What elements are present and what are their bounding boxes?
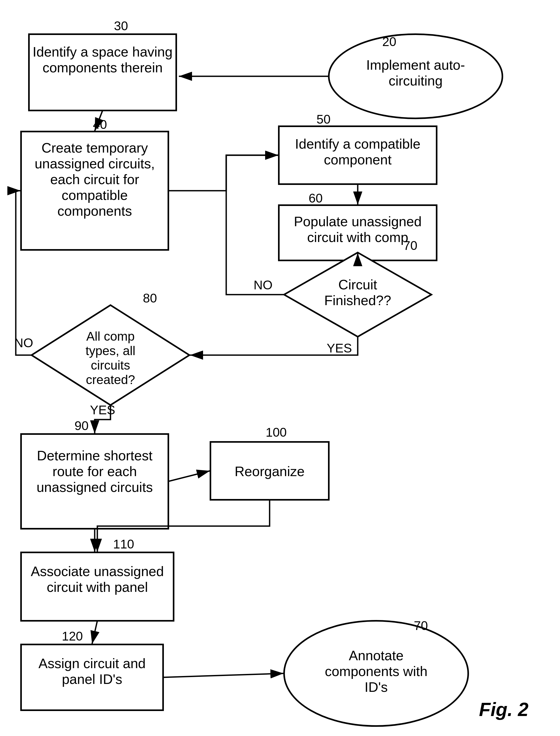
arrow-70-no — [226, 155, 284, 295]
svg-text:90: 90 — [74, 419, 88, 433]
svg-text:panel ID's: panel ID's — [62, 672, 122, 687]
svg-text:Populate unassigned: Populate unassigned — [294, 214, 422, 229]
svg-text:components: components — [57, 203, 132, 219]
svg-text:route for each: route for each — [53, 464, 137, 479]
svg-text:circuit with comp: circuit with comp — [307, 230, 408, 245]
svg-text:component: component — [324, 152, 392, 167]
svg-text:ID's: ID's — [365, 679, 388, 695]
svg-text:created?: created? — [86, 373, 135, 387]
svg-text:Identify a compatible: Identify a compatible — [295, 136, 421, 152]
svg-text:60: 60 — [309, 191, 322, 205]
svg-text:types, all: types, all — [85, 344, 135, 358]
arrow-90-100 — [168, 471, 210, 481]
svg-text:components therein: components therein — [43, 60, 163, 75]
svg-text:YES: YES — [90, 403, 115, 417]
svg-text:YES: YES — [327, 341, 352, 355]
svg-text:Determine shortest: Determine shortest — [37, 448, 153, 463]
svg-text:Reorganize: Reorganize — [235, 464, 305, 479]
svg-text:Assign circuit and: Assign circuit and — [38, 656, 146, 671]
svg-text:Identify a space having: Identify a space having — [33, 44, 173, 59]
svg-text:unassigned circuits: unassigned circuits — [37, 480, 153, 495]
svg-text:100: 100 — [266, 425, 287, 439]
svg-text:circuits: circuits — [91, 358, 130, 372]
svg-text:Annotate: Annotate — [349, 648, 403, 663]
svg-text:unassigned circuits,: unassigned circuits, — [35, 156, 155, 171]
svg-text:compatible: compatible — [62, 188, 128, 203]
svg-text:Finished??: Finished?? — [324, 293, 391, 308]
svg-text:components with: components with — [325, 664, 427, 679]
svg-text:20: 20 — [382, 35, 396, 49]
svg-text:80: 80 — [143, 291, 157, 305]
svg-text:NO: NO — [254, 278, 273, 292]
svg-text:Circuit: Circuit — [338, 277, 377, 292]
svg-text:50: 50 — [316, 112, 330, 126]
svg-text:30: 30 — [114, 19, 128, 33]
svg-text:Create temporary: Create temporary — [42, 140, 148, 155]
svg-text:120: 120 — [62, 629, 83, 643]
svg-text:70: 70 — [414, 619, 428, 633]
svg-text:110: 110 — [113, 537, 134, 551]
svg-text:circuit with panel: circuit with panel — [47, 579, 148, 595]
svg-text:circuiting: circuiting — [389, 73, 442, 88]
svg-text:Implement auto-: Implement auto- — [366, 57, 465, 73]
svg-text:Associate unassigned: Associate unassigned — [31, 564, 164, 579]
arrow-110-120 — [92, 621, 97, 644]
svg-text:70: 70 — [403, 239, 417, 253]
svg-text:All comp: All comp — [86, 329, 135, 343]
figure-label: Fig. 2 — [479, 699, 528, 720]
diagram: Implement auto- circuiting 20 Identify a… — [0, 0, 560, 736]
svg-text:each circuit for: each circuit for — [50, 172, 139, 187]
svg-text:NO: NO — [14, 336, 33, 350]
arrow-120-70b — [163, 673, 284, 677]
arrow-40-50 — [168, 155, 278, 191]
